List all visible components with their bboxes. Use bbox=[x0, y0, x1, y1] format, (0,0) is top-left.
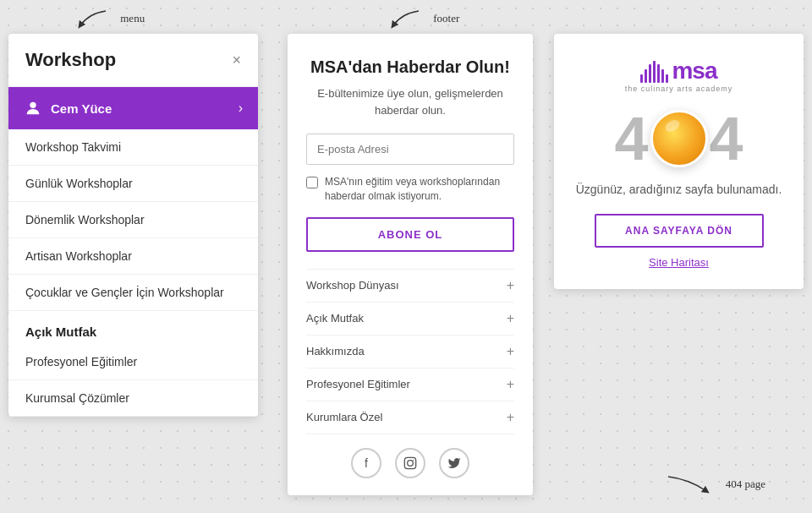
acik-mutfak-section-title: Açık Mutfak bbox=[8, 311, 258, 344]
footer-links: Workshop Dünyası + Açık Mutfak + Hakkımı… bbox=[306, 269, 514, 434]
facebook-button[interactable]: f bbox=[351, 448, 381, 478]
footer-subtext: E-bültenimize üye olun, gelişmelerden ha… bbox=[306, 85, 514, 118]
footer-heading: MSA'dan Haberdar Olun! bbox=[306, 57, 514, 77]
chevron-right-icon: › bbox=[239, 101, 243, 116]
msa-logo-top: msa bbox=[640, 59, 716, 83]
page404-annotation: 404 page bbox=[660, 472, 765, 498]
svg-point-3 bbox=[413, 459, 414, 460]
email-input[interactable] bbox=[306, 134, 514, 165]
num-4-right: 4 bbox=[710, 108, 743, 169]
footer-link-acik-mutfak[interactable]: Açık Mutfak + bbox=[306, 303, 514, 336]
egg-icon bbox=[650, 110, 708, 167]
user-name: Cem Yüce bbox=[51, 101, 112, 116]
newsletter-checkbox-row: MSA'nın eğitim veya workshoplarından hab… bbox=[306, 175, 514, 204]
msa-tagline: the culinary arts academy bbox=[625, 85, 733, 93]
checkbox-label: MSA'nın eğitim veya workshoplarından hab… bbox=[325, 175, 514, 204]
plus-icon-4: + bbox=[507, 410, 514, 425]
sidebar-item-profesyonel[interactable]: Profesyonel Eğitimler bbox=[8, 344, 258, 380]
footer-link-workshop[interactable]: Workshop Dünyası + bbox=[306, 270, 514, 303]
msa-lines bbox=[640, 59, 668, 83]
footer-link-hakkimizda[interactable]: Hakkımızda + bbox=[306, 336, 514, 368]
msa-line-5 bbox=[657, 64, 660, 83]
panel-404: msa the culinary arts academy 4 4 Üzgünü… bbox=[554, 34, 804, 289]
sidebar-item-workshop-takvimi[interactable]: Workshop Takvimi bbox=[8, 129, 258, 166]
egg-shine bbox=[663, 117, 682, 134]
footer-panel: MSA'dan Haberdar Olun! E-bültenimize üye… bbox=[288, 34, 533, 495]
error-text: Üzgünüz, aradığınız sayfa bulunamadı. bbox=[576, 181, 782, 199]
msa-line-3 bbox=[649, 64, 651, 83]
num-4-left: 4 bbox=[614, 108, 648, 169]
close-button[interactable]: × bbox=[232, 52, 241, 69]
sitemap-link[interactable]: Site Haritası bbox=[649, 256, 709, 269]
home-button[interactable]: ANA SAYFAYA DÖN bbox=[595, 214, 764, 248]
subscribe-button[interactable]: ABONE OL bbox=[306, 217, 514, 252]
sidebar-item-donemlik[interactable]: Dönemlik Workshoplar bbox=[8, 202, 258, 238]
sidebar-menu: Workshop × Cem Yüce › Workshop Takvimi G… bbox=[8, 34, 258, 417]
msa-logo: msa the culinary arts academy bbox=[625, 59, 733, 93]
msa-line-4 bbox=[653, 61, 656, 83]
plus-icon-0: + bbox=[507, 278, 514, 293]
footer-link-kurumlara[interactable]: Kurumlara Özel + bbox=[306, 401, 514, 434]
sidebar-item-kurumsal[interactable]: Kurumsal Çözümler bbox=[8, 380, 258, 417]
sidebar-item-cocuklar[interactable]: Çocuklar ve Gençler İçin Workshoplar bbox=[8, 275, 258, 311]
msa-line-7 bbox=[666, 74, 668, 83]
svg-point-2 bbox=[408, 460, 414, 466]
sidebar-item-artisan[interactable]: Artisan Workshoplar bbox=[8, 238, 258, 275]
404-display: 4 4 bbox=[614, 108, 743, 169]
footer-annotation: footer bbox=[385, 7, 459, 32]
sidebar-item-gunluk[interactable]: Günlük Workshoplar bbox=[8, 166, 258, 202]
footer-link-profesyonel[interactable]: Profesyonel Eğitimler + bbox=[306, 368, 514, 401]
sidebar-user-row[interactable]: Cem Yüce › bbox=[8, 87, 258, 129]
msa-line-2 bbox=[645, 69, 647, 83]
msa-line-1 bbox=[640, 74, 643, 83]
twitter-button[interactable] bbox=[439, 448, 469, 478]
social-row: f bbox=[306, 448, 514, 478]
sidebar-header: Workshop × bbox=[8, 34, 258, 87]
plus-icon-3: + bbox=[507, 377, 514, 392]
newsletter-checkbox[interactable] bbox=[306, 177, 318, 188]
user-icon bbox=[24, 99, 42, 117]
svg-rect-1 bbox=[404, 457, 415, 468]
svg-point-0 bbox=[30, 102, 36, 108]
instagram-button[interactable] bbox=[395, 448, 425, 478]
plus-icon-1: + bbox=[507, 311, 514, 326]
msa-text: msa bbox=[672, 59, 716, 83]
plus-icon-2: + bbox=[507, 344, 514, 359]
user-info: Cem Yüce bbox=[24, 99, 112, 117]
sidebar-title: Workshop bbox=[25, 49, 116, 71]
menu-annotation: menu bbox=[72, 7, 145, 32]
msa-line-6 bbox=[661, 69, 664, 83]
